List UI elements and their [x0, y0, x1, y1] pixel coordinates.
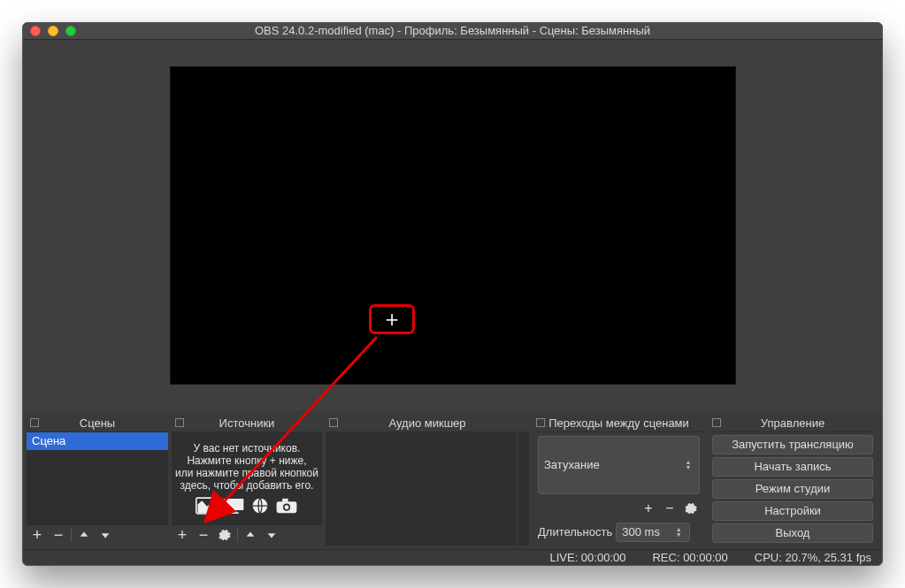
remove-scene-button[interactable]: − [48, 525, 69, 545]
dock-controls-title: Управление [761, 416, 824, 430]
updown-icon: ▲▼ [673, 527, 684, 538]
display-capture-icon [222, 497, 245, 515]
sources-empty-line: или нажмите правой кнопкой [175, 467, 318, 479]
svg-rect-2 [231, 510, 237, 512]
transitions-body: Затухание ▲▼ + − Длительность 300 ms ▲▼ [533, 432, 705, 546]
remove-source-button[interactable]: − [193, 525, 214, 545]
source-properties-button[interactable] [214, 525, 235, 545]
exit-button[interactable]: Выход [712, 523, 873, 543]
preview-canvas[interactable] [170, 66, 736, 385]
dock-mixer-header: Аудио микшер [326, 415, 529, 432]
svg-rect-6 [282, 498, 288, 501]
sources-empty-line: здесь, чтобы добавить его. [180, 479, 314, 492]
dock-transitions-header: Переходы между сценами [533, 415, 705, 432]
dock-scenes: Сцены Сцена + − [27, 415, 168, 546]
transition-properties-button[interactable] [682, 500, 700, 517]
maximize-window-button[interactable] [65, 26, 76, 36]
window-title: OBS 24.0.2-modified (mac) - Профиль: Без… [23, 24, 882, 37]
transition-duration-row: Длительность 300 ms ▲▼ [538, 523, 700, 542]
preview-area [23, 40, 882, 411]
sources-placeholder-icons [196, 497, 298, 515]
camera-icon [275, 497, 298, 515]
titlebar: OBS 24.0.2-modified (mac) - Профиль: Без… [23, 23, 882, 40]
mixer-empty [326, 432, 517, 546]
dock-controls: Управление Запустить трансляцию Начать з… [709, 415, 877, 546]
move-scene-down-button[interactable] [95, 525, 116, 545]
mixer-scrollbar[interactable] [517, 432, 529, 546]
dock-sources: Источники У вас нет источников. Нажмите … [172, 415, 322, 546]
dock-transitions-title: Переходы между сценами [548, 416, 689, 430]
add-transition-button[interactable]: + [640, 500, 657, 517]
sources-empty-line: У вас нет источников. [194, 442, 301, 454]
remove-transition-button[interactable]: − [661, 500, 679, 517]
svg-rect-3 [228, 512, 238, 514]
detach-icon[interactable] [175, 418, 184, 427]
scenes-toolbar: + − [27, 524, 168, 546]
add-source-button[interactable]: + [172, 525, 193, 545]
transition-select[interactable]: Затухание ▲▼ [538, 436, 700, 494]
transition-mini-toolbar: + − [538, 500, 700, 517]
svg-point-8 [285, 505, 289, 509]
globe-icon [249, 497, 272, 515]
add-scene-button[interactable]: + [27, 525, 48, 545]
close-window-button[interactable] [30, 26, 41, 36]
scene-item[interactable]: Сцена [27, 432, 168, 450]
studio-mode-button[interactable]: Режим студии [712, 479, 873, 499]
detach-icon[interactable] [712, 418, 721, 427]
dock-controls-header: Управление [709, 415, 877, 432]
start-recording-button[interactable]: Начать запись [712, 457, 873, 477]
detach-icon[interactable] [536, 418, 545, 427]
dock-sources-title: Источники [219, 416, 275, 430]
status-cpu: CPU: 20.7%, 25.31 fps [755, 551, 871, 564]
controls-body: Запустить трансляцию Начать запись Режим… [709, 432, 877, 546]
transition-select-value: Затухание [544, 458, 600, 471]
status-rec: REC: 00:00:00 [652, 551, 727, 564]
toolbar-separator [237, 528, 238, 542]
settings-button[interactable]: Настройки [712, 501, 873, 521]
detach-icon[interactable] [329, 418, 338, 427]
duration-spinbox[interactable]: 300 ms ▲▼ [616, 523, 690, 542]
duration-value: 300 ms [622, 525, 660, 538]
docks-row: Сцены Сцена + − [23, 411, 882, 549]
scene-item-label: Сцена [32, 434, 65, 447]
status-live: LIVE: 00:00:00 [549, 551, 625, 564]
traffic-lights [30, 26, 76, 36]
sources-empty-line: Нажмите кнопку + ниже, [187, 454, 306, 467]
mixer-body [326, 432, 529, 546]
svg-rect-1 [224, 498, 244, 509]
move-source-down-button[interactable] [261, 525, 282, 545]
duration-label: Длительность [538, 525, 612, 538]
scenes-list[interactable]: Сцена [27, 432, 168, 524]
start-streaming-button[interactable]: Запустить трансляцию [712, 435, 873, 454]
dock-transitions: Переходы между сценами Затухание ▲▼ + − … [533, 415, 705, 546]
dock-mixer-title: Аудио микшер [388, 416, 465, 430]
dock-sources-header: Источники [172, 415, 322, 432]
detach-icon[interactable] [30, 418, 39, 427]
obs-window: OBS 24.0.2-modified (mac) - Профиль: Без… [22, 22, 883, 566]
sources-toolbar: + − [172, 524, 322, 546]
gear-icon [219, 529, 231, 541]
dock-scenes-title: Сцены [80, 416, 115, 430]
minimize-window-button[interactable] [48, 26, 58, 36]
toolbar-separator [71, 528, 72, 542]
gear-icon [685, 502, 697, 515]
dock-mixer: Аудио микшер [326, 415, 529, 546]
statusbar: LIVE: 00:00:00 REC: 00:00:00 CPU: 20.7%,… [23, 549, 882, 566]
move-scene-up-button[interactable] [73, 525, 95, 545]
updown-icon: ▲▼ [683, 460, 694, 470]
move-source-up-button[interactable] [240, 525, 261, 545]
sources-empty-placeholder[interactable]: У вас нет источников. Нажмите кнопку + н… [172, 432, 322, 524]
window-capture-icon [196, 497, 219, 515]
dock-scenes-header: Сцены [27, 415, 168, 432]
